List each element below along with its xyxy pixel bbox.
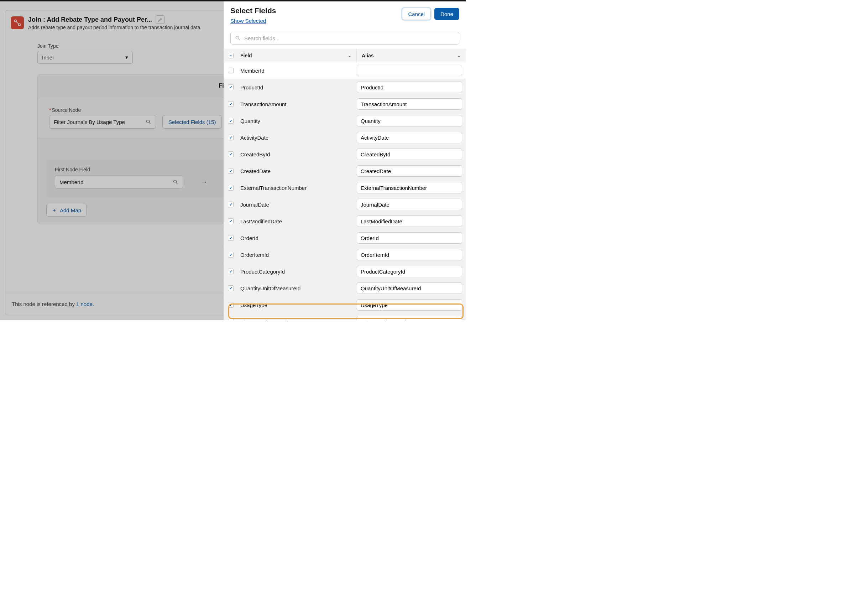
- row-checkbox[interactable]: [228, 235, 234, 241]
- field-name: JournalDate: [237, 202, 357, 208]
- table-row: ProductCategoryId: [224, 263, 466, 280]
- first-node-field-input[interactable]: MemberId: [55, 175, 183, 189]
- select-fields-modal: Select Fields Show Selected Cancel Done …: [224, 1, 466, 320]
- row-checkbox[interactable]: [228, 68, 234, 73]
- field-name: QuantityUnitOfMeasureId: [237, 285, 357, 291]
- row-checkbox[interactable]: [228, 218, 234, 224]
- alias-input[interactable]: [357, 82, 462, 93]
- row-checkbox[interactable]: [228, 85, 234, 90]
- alias-input[interactable]: [357, 299, 462, 310]
- source-node-value: Filter Journals By Usage Type: [54, 119, 125, 125]
- table-row: OrderId: [224, 230, 466, 247]
- alias-input[interactable]: [357, 249, 462, 260]
- field-name: OrderItemId: [237, 252, 357, 258]
- table-row: JournalDate: [224, 196, 466, 213]
- arrow-right-icon: →: [201, 178, 207, 186]
- referenced-nodes-link[interactable]: 1 node.: [76, 301, 94, 307]
- select-all-checkbox[interactable]: [228, 53, 234, 58]
- edit-title-button[interactable]: [156, 15, 165, 24]
- field-name: LastModifiedDate: [237, 218, 357, 224]
- field-name: MemberId: [237, 68, 357, 74]
- row-checkbox[interactable]: [228, 202, 234, 207]
- row-checkbox[interactable]: [228, 101, 234, 107]
- alias-input[interactable]: [357, 232, 462, 244]
- alias-input[interactable]: [357, 316, 462, 320]
- chevron-down-icon: ⌄: [457, 53, 461, 58]
- table-row: ExternalTransactionNumber: [224, 180, 466, 196]
- field-name: DiscountedTrasactionAmount: [237, 319, 357, 321]
- row-checkbox[interactable]: [228, 168, 234, 174]
- table-row: Quantity: [224, 113, 466, 129]
- join-type-value: Inner: [42, 55, 54, 61]
- alias-input[interactable]: [357, 65, 462, 76]
- cancel-button[interactable]: Cancel: [402, 8, 431, 20]
- alias-input[interactable]: [357, 115, 462, 126]
- field-name: Quantity: [237, 118, 357, 124]
- row-checkbox[interactable]: [228, 252, 234, 257]
- search-input-container[interactable]: [230, 32, 459, 45]
- done-button[interactable]: Done: [434, 8, 459, 20]
- source-node-input[interactable]: Filter Journals By Usage Type: [49, 115, 156, 129]
- row-checkbox[interactable]: [228, 151, 234, 157]
- alias-input[interactable]: [357, 98, 462, 110]
- field-name: CreatedDate: [237, 168, 357, 174]
- selected-fields-button[interactable]: Selected Fields (15): [162, 115, 222, 129]
- row-checkbox[interactable]: [228, 302, 234, 308]
- alias-input[interactable]: [357, 149, 462, 160]
- field-name: ProductCategoryId: [237, 269, 357, 275]
- column-header-alias[interactable]: Alias ⌄: [357, 49, 466, 62]
- search-input[interactable]: [244, 35, 455, 41]
- plus-icon: ＋: [52, 207, 57, 214]
- alias-input[interactable]: [357, 266, 462, 277]
- alias-input[interactable]: [357, 215, 462, 227]
- table-row: ProductId: [224, 79, 466, 96]
- svg-point-3: [174, 180, 176, 183]
- show-selected-link[interactable]: Show Selected: [230, 18, 266, 24]
- chevron-down-icon: ⌄: [348, 53, 351, 58]
- search-wrap: [224, 28, 466, 49]
- card-title: Join : Add Rebate Type and Payout Per...: [28, 16, 152, 24]
- table-row: TransactionAmount: [224, 96, 466, 113]
- alias-input[interactable]: [357, 199, 462, 210]
- field-name: ExternalTransactionNumber: [237, 185, 357, 191]
- pencil-icon: [158, 17, 163, 22]
- search-icon: [235, 35, 241, 41]
- modal-header: Select Fields Show Selected Cancel Done: [224, 1, 466, 28]
- row-checkbox[interactable]: [228, 135, 234, 140]
- alias-input[interactable]: [357, 132, 462, 143]
- table-row: OrderItemId: [224, 247, 466, 263]
- column-header-field[interactable]: Field ⌄: [237, 49, 357, 62]
- table-row: DiscountedTrasactionAmount: [224, 313, 466, 320]
- join-type-select[interactable]: Inner ▾: [37, 51, 133, 64]
- row-checkbox[interactable]: [228, 319, 234, 320]
- table-row: ActivityDate: [224, 129, 466, 146]
- search-icon: [146, 119, 151, 125]
- alias-input[interactable]: [357, 282, 462, 294]
- add-map-button[interactable]: ＋ Add Map: [46, 204, 86, 217]
- first-node-field-value: MemberId: [59, 179, 84, 185]
- field-name: UsageType: [237, 302, 357, 308]
- source-node-label: *Source Node: [49, 107, 156, 113]
- table-row: UsageType: [224, 297, 466, 313]
- row-checkbox[interactable]: [228, 185, 234, 190]
- row-checkbox[interactable]: [228, 269, 234, 274]
- field-name: CreatedById: [237, 151, 357, 157]
- table-header: Field ⌄ Alias ⌄: [224, 49, 466, 62]
- field-name: OrderId: [237, 235, 357, 241]
- table-row: QuantityUnitOfMeasureId: [224, 280, 466, 297]
- field-name: TransactionAmount: [237, 101, 357, 107]
- table-body: MemberIdProductIdTransactionAmountQuanti…: [224, 62, 466, 320]
- table-row: CreatedById: [224, 146, 466, 163]
- alias-input[interactable]: [357, 182, 462, 193]
- row-checkbox[interactable]: [228, 285, 234, 291]
- field-name: ActivityDate: [237, 135, 357, 141]
- row-checkbox[interactable]: [228, 118, 234, 123]
- modal-title: Select Fields: [230, 6, 276, 15]
- field-name: ProductId: [237, 85, 357, 91]
- svg-point-4: [236, 36, 239, 39]
- card-subtitle: Adds rebate type and payout period infor…: [28, 25, 201, 30]
- table-row: LastModifiedDate: [224, 213, 466, 230]
- alias-input[interactable]: [357, 165, 462, 177]
- search-icon: [173, 179, 178, 185]
- chevron-down-icon: ▾: [125, 54, 128, 61]
